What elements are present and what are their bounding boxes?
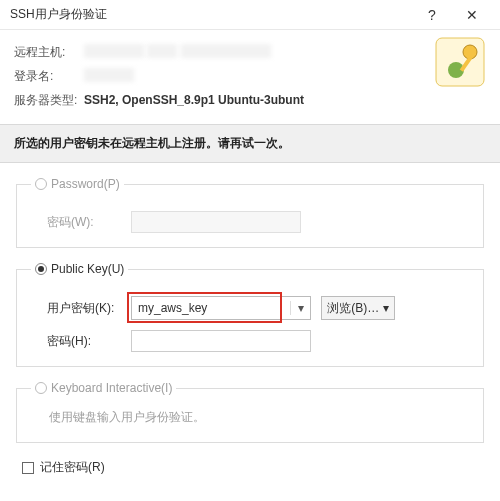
key-icon: [434, 36, 486, 88]
keyboard-hint: 使用键盘输入用户身份验证。: [31, 405, 469, 428]
keyboard-radio[interactable]: Keyboard Interactive(I): [31, 381, 176, 395]
connection-info: 远程主机: 登录名: 服务器类型: SSH2, OpenSSH_8.9p1 Ub…: [0, 30, 500, 124]
login-value: [84, 68, 486, 85]
password-radio-label: Password(P): [51, 177, 120, 191]
publickey-radio-label: Public Key(U): [51, 262, 124, 276]
checkbox-icon: [22, 462, 34, 474]
svg-point-2: [463, 45, 477, 59]
login-label: 登录名:: [14, 68, 84, 85]
svg-rect-0: [436, 38, 484, 86]
dialog-title: SSH用户身份验证: [10, 6, 412, 23]
userkey-label: 用户密钥(K):: [31, 300, 131, 317]
radio-icon: [35, 382, 47, 394]
chevron-down-icon: ▾: [383, 301, 389, 315]
password-field-label: 密码(W):: [31, 214, 131, 231]
publickey-radio[interactable]: Public Key(U): [31, 262, 128, 276]
warning-message: 所选的用户密钥未在远程主机上注册。请再试一次。: [0, 124, 500, 163]
radio-icon: [35, 178, 47, 190]
password-input: [131, 211, 301, 233]
remember-password-row[interactable]: 记住密码(R): [16, 457, 484, 484]
password-radio[interactable]: Password(P): [31, 177, 124, 191]
radio-icon: [35, 263, 47, 275]
remote-host-value: [84, 44, 486, 61]
chevron-down-icon: ▾: [290, 301, 310, 315]
keyboard-section: Keyboard Interactive(I) 使用键盘输入用户身份验证。: [16, 381, 484, 443]
help-button[interactable]: ?: [412, 7, 452, 23]
userkey-combo[interactable]: my_aws_key ▾: [131, 296, 311, 320]
remember-password-label: 记住密码(R): [40, 459, 105, 476]
remote-host-label: 远程主机:: [14, 44, 84, 61]
browse-button[interactable]: 浏览(B)… ▾: [321, 296, 395, 320]
close-button[interactable]: ✕: [452, 7, 492, 23]
keyboard-radio-label: Keyboard Interactive(I): [51, 381, 172, 395]
passphrase-label: 密码(H):: [31, 333, 131, 350]
server-type-label: 服务器类型:: [14, 92, 84, 109]
publickey-section: Public Key(U) 用户密钥(K): my_aws_key ▾ 浏览(B…: [16, 262, 484, 367]
server-type-value: SSH2, OpenSSH_8.9p1 Ubuntu-3ubunt: [84, 93, 486, 107]
userkey-value: my_aws_key: [132, 301, 290, 315]
dialog-footer: 确定 取消: [0, 494, 500, 501]
passphrase-input[interactable]: [131, 330, 311, 352]
password-section: Password(P) 密码(W):: [16, 177, 484, 248]
titlebar: SSH用户身份验证 ? ✕: [0, 0, 500, 30]
